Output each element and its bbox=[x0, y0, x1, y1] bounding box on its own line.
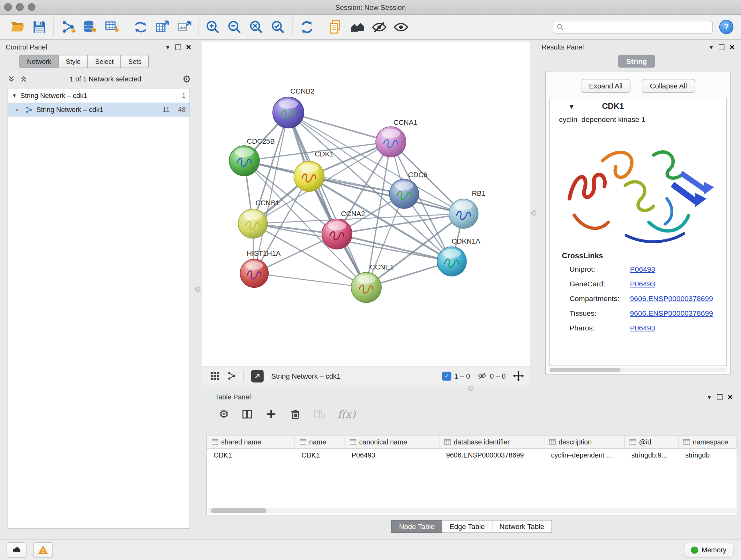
right-splitter-handle[interactable] bbox=[531, 210, 536, 215]
edge-CCNB2-CCNE1[interactable] bbox=[288, 112, 366, 287]
tab-network[interactable]: Network bbox=[19, 55, 59, 68]
network-node-RB1[interactable]: RB1 bbox=[449, 189, 486, 228]
network-node-CDKN1A[interactable]: CDKN1A bbox=[437, 237, 481, 276]
table-cell[interactable]: 9606.ENSP00000378699 bbox=[440, 449, 544, 461]
network-label: String Network – cdk1 bbox=[37, 106, 104, 114]
panel-collapse-icon[interactable]: ▾ bbox=[706, 44, 717, 51]
string-network-graph[interactable]: CCNB2CCNA1CDC25BCDK1CDC6RB1CCNB1CCNA2CDK… bbox=[202, 42, 530, 366]
expand-all-icon[interactable] bbox=[7, 75, 16, 83]
toolbar-search[interactable] bbox=[553, 20, 713, 33]
crosslink-link[interactable]: 9606.ENSP00000378699 bbox=[630, 294, 713, 303]
table-cell[interactable]: CDK1 bbox=[207, 449, 295, 461]
help-button[interactable]: ? bbox=[719, 20, 733, 34]
collapse-all-button[interactable]: Collapse All bbox=[642, 79, 695, 92]
panel-float-icon[interactable] bbox=[717, 394, 723, 400]
apply-layout-button[interactable] bbox=[296, 17, 318, 37]
delete-column-trash-icon[interactable] bbox=[289, 408, 301, 420]
scroll-thumb[interactable] bbox=[549, 368, 620, 372]
tab-network-table[interactable]: Network Table bbox=[492, 520, 552, 533]
table-cell[interactable]: stringdb bbox=[679, 449, 737, 461]
hide-selected-button[interactable] bbox=[368, 17, 390, 37]
tab-style[interactable]: Style bbox=[58, 55, 88, 68]
left-splitter-handle[interactable] bbox=[195, 287, 200, 292]
network-node-CDC25B[interactable]: CDC25B bbox=[229, 137, 275, 176]
gear-icon[interactable]: ⚙ bbox=[183, 73, 191, 85]
crosslink-link[interactable]: P06493 bbox=[630, 324, 655, 332]
column-header-description[interactable]: description bbox=[544, 435, 625, 448]
panel-close-icon[interactable]: × bbox=[725, 394, 736, 401]
table-hscrollbar[interactable] bbox=[208, 508, 736, 513]
panel-close-icon[interactable]: × bbox=[727, 44, 738, 51]
tab-node-table[interactable]: Node Table bbox=[392, 520, 442, 533]
panel-float-icon[interactable] bbox=[719, 44, 724, 50]
tab-sets[interactable]: Sets bbox=[121, 55, 149, 68]
tab-edge-table[interactable]: Edge Table bbox=[442, 520, 492, 533]
column-header-canonical-name[interactable]: canonical name bbox=[345, 435, 440, 448]
network-node-CCNB1[interactable]: CCNB1 bbox=[238, 199, 279, 239]
save-session-button[interactable] bbox=[28, 17, 50, 37]
column-header-name[interactable]: name bbox=[295, 435, 345, 448]
column-header-namespace[interactable]: namespace bbox=[679, 435, 737, 448]
network-node-CCNA1[interactable]: CCNA1 bbox=[376, 118, 417, 157]
table-cell[interactable]: P06493 bbox=[345, 449, 440, 461]
network-view-canvas[interactable]: CCNB2CCNA1CDC25BCDK1CDC6RB1CCNB1CCNA2CDK… bbox=[202, 42, 530, 366]
edge-CCNA2-CDKN1A[interactable] bbox=[337, 234, 452, 261]
horizontal-splitter-handle[interactable] bbox=[468, 386, 474, 391]
scroll-thumb[interactable] bbox=[211, 508, 266, 513]
detach-view-button[interactable] bbox=[251, 369, 264, 382]
expand-all-button[interactable]: Expand All bbox=[581, 79, 630, 92]
table-settings-gear-icon[interactable]: ⚙ bbox=[219, 408, 229, 421]
show-columns-icon[interactable] bbox=[241, 408, 253, 420]
panel-collapse-icon[interactable]: ▾ bbox=[162, 44, 173, 51]
panel-float-icon[interactable] bbox=[175, 44, 181, 50]
show-all-button[interactable] bbox=[390, 17, 412, 37]
cloud-status-button[interactable] bbox=[7, 542, 26, 558]
import-network-from-database-button[interactable] bbox=[79, 17, 100, 37]
publication-ready-button[interactable] bbox=[325, 17, 346, 37]
zoom-selected-button[interactable] bbox=[267, 17, 289, 37]
network-row-selected[interactable]: ● String Network – cdk1 11 48 bbox=[8, 103, 190, 117]
table-cell[interactable]: cyclin–dependent ... bbox=[544, 449, 625, 461]
tree-expand-icon[interactable]: ▼ bbox=[12, 92, 20, 98]
section-collapse-icon[interactable]: ▼ bbox=[568, 103, 575, 110]
crosslink-link[interactable]: P06493 bbox=[630, 265, 655, 273]
table-cell[interactable]: CDK1 bbox=[295, 449, 345, 461]
open-session-button[interactable] bbox=[7, 17, 28, 37]
network-node-CCNB2[interactable]: CCNB2 bbox=[273, 87, 314, 128]
network-node-CDK1[interactable]: CDK1 bbox=[294, 150, 333, 192]
column-header-shared-name[interactable]: shared name bbox=[207, 435, 295, 448]
table-row[interactable]: CDK1CDK1P064939606.ENSP00000378699cyclin… bbox=[207, 449, 737, 461]
network-overview-button[interactable] bbox=[223, 369, 240, 383]
collapse-all-icon[interactable] bbox=[19, 75, 28, 83]
table-cell[interactable]: stringdb:9... bbox=[625, 449, 679, 461]
search-input[interactable] bbox=[564, 23, 712, 31]
panel-close-icon[interactable]: × bbox=[184, 44, 194, 51]
zoom-fit-button[interactable] bbox=[246, 17, 267, 37]
network-from-selection-button[interactable] bbox=[130, 17, 151, 37]
results-hscrollbar[interactable] bbox=[549, 368, 727, 372]
edge-CCNB2-CCNB1[interactable] bbox=[253, 112, 288, 224]
column-header-@id[interactable]: @id bbox=[625, 435, 679, 448]
warnings-button[interactable] bbox=[33, 542, 53, 558]
tab-select[interactable]: Select bbox=[88, 55, 121, 68]
first-neighbors-button[interactable] bbox=[346, 17, 368, 37]
birds-eye-view-button[interactable] bbox=[206, 369, 223, 383]
network-collection-row[interactable]: ▼ String Network – cdk1 1 bbox=[8, 88, 190, 103]
zoom-out-button[interactable] bbox=[223, 17, 245, 37]
selected-checkbox-icon[interactable]: ✓ bbox=[442, 371, 451, 380]
import-table-from-file-button[interactable] bbox=[100, 17, 122, 37]
panel-collapse-icon[interactable]: ▾ bbox=[704, 393, 715, 401]
memory-button[interactable]: Memory bbox=[684, 543, 733, 557]
export-image-button[interactable] bbox=[173, 17, 195, 37]
tab-string[interactable]: String bbox=[618, 55, 655, 68]
create-column-plus-icon[interactable] bbox=[265, 408, 277, 421]
column-header-database-identifier[interactable]: database identifier bbox=[440, 435, 544, 448]
crosslink-link[interactable]: P06493 bbox=[630, 280, 655, 288]
network-node-HIST1H1A[interactable]: HIST1H1A bbox=[240, 249, 280, 287]
crosslink-link[interactable]: 9606.ENSP00000378699 bbox=[630, 309, 713, 318]
edge-HIST1H1A-CCNE1[interactable] bbox=[254, 273, 366, 287]
pan-crosshair-icon[interactable] bbox=[512, 370, 525, 382]
export-table-button[interactable] bbox=[151, 17, 173, 37]
import-network-from-file-button[interactable] bbox=[57, 17, 79, 37]
zoom-in-button[interactable] bbox=[202, 17, 223, 37]
